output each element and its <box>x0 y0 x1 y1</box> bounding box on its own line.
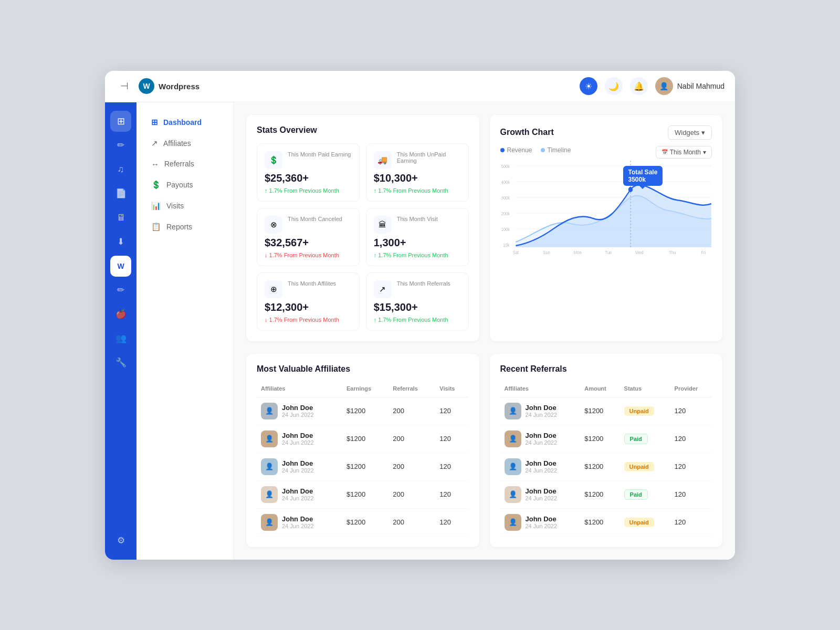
mv-row-3: 👤 John Doe 24 Jun 2022 $1200 200 120 <box>257 480 469 508</box>
mv-earnings-2: $1200 <box>342 453 388 480</box>
sidebar-icon-apple[interactable]: 🍎 <box>110 304 131 325</box>
rr-amount-0: $1200 <box>580 397 620 425</box>
nav-label-visits: Visits <box>166 202 184 210</box>
collapse-button[interactable]: ⊣ <box>116 77 133 95</box>
rr-provider-3: 120 <box>670 480 712 508</box>
sun-button[interactable]: ☀ <box>580 77 597 95</box>
bell-button[interactable]: 🔔 <box>630 77 648 95</box>
rr-name-0: John Doe <box>526 404 558 412</box>
mv-affiliate-0: 👤 John Doe 24 Jun 2022 <box>257 397 342 425</box>
stat-value-4: $12,300+ <box>265 301 352 313</box>
mv-earnings-4: $1200 <box>342 508 388 536</box>
mv-referrals-0: 200 <box>388 397 435 425</box>
stat-card-4: ⊕ This Month Affilites $12,300+ ↓ 1.7% F… <box>257 272 360 331</box>
sidebar-icon-pen[interactable]: ✏ <box>110 280 131 301</box>
stat-value-1: $10,300+ <box>374 172 461 184</box>
mv-date-1: 24 Jun 2022 <box>282 439 314 446</box>
revenue-dot <box>500 148 505 152</box>
chart-area: Total Sale 3500k 500k 400k 300k 200k 100… <box>500 161 712 255</box>
sidebar-icon-document[interactable]: 📄 <box>110 183 131 204</box>
nav-item-referrals[interactable]: ↔ Referrals <box>145 155 225 173</box>
rr-name-4: John Doe <box>526 515 558 523</box>
mv-row-2: 👤 John Doe 24 Jun 2022 $1200 200 120 <box>257 453 469 480</box>
svg-text:100k: 100k <box>501 226 510 232</box>
rr-date-0: 24 Jun 2022 <box>526 412 558 418</box>
rr-avatar-3: 👤 <box>505 486 521 503</box>
rr-col-affiliates: Affiliates <box>500 382 581 397</box>
mv-col-visits: Visits <box>435 382 468 397</box>
rr-status-4: Unpaid <box>620 508 670 536</box>
rr-provider-0: 120 <box>670 397 712 425</box>
sidebar-icon-tools[interactable]: 🔧 <box>110 352 131 373</box>
nav-item-dashboard[interactable]: ⊞ Dashboard <box>145 113 225 132</box>
mv-referrals-2: 200 <box>388 453 435 480</box>
stat-change-1: ↑ 1.7% From Previous Month <box>374 187 461 194</box>
stat-change-5: ↑ 1.7% From Previous Month <box>374 317 461 323</box>
main-layout: ⊞ ✏ ♫ 📄 🖥 ⬇ W ✏ 🍎 👥 🔧 ⚙ ⊞ Dashboard ↗ Af… <box>105 102 735 560</box>
mv-date-3: 24 Jun 2022 <box>282 495 314 501</box>
stat-label-2: This Month Canceled <box>288 216 342 222</box>
moon-button[interactable]: 🌙 <box>605 77 623 95</box>
sidebar-icon-dashboard[interactable]: ⊞ <box>110 111 131 132</box>
sidebar-icon-music[interactable]: ♫ <box>110 159 131 180</box>
referrals-nav-icon: ↔ <box>151 160 159 169</box>
mv-earnings-0: $1200 <box>342 397 388 425</box>
rr-affiliate-1: 👤 John Doe 24 Jun 2022 <box>500 425 581 453</box>
stat-change-0: ↑ 1.7% From Previous Month <box>265 187 352 194</box>
recent-referrals-table: AffiliatesAmountStatusProvider 👤 John Do… <box>500 382 712 537</box>
bottom-row: Most Valuable Affiliates AffiliatesEarni… <box>246 354 722 547</box>
sidebar-icon-edit[interactable]: ✏ <box>110 135 131 156</box>
rr-provider-2: 120 <box>670 453 712 480</box>
svg-text:Sat: Sat <box>512 249 519 255</box>
svg-text:400k: 400k <box>501 179 510 185</box>
rr-avatar-1: 👤 <box>505 430 521 447</box>
nav-item-reports[interactable]: 📋 Reports <box>145 217 225 236</box>
rr-status-2: Unpaid <box>620 453 670 480</box>
stat-card-header-5: ↗ This Month Referrals <box>374 280 461 298</box>
this-month-chevron-icon: ▾ <box>703 149 706 156</box>
rr-avatar-0: 👤 <box>505 403 521 419</box>
rr-affiliate-0: 👤 John Doe 24 Jun 2022 <box>500 397 581 425</box>
dashboard-nav-icon: ⊞ <box>151 118 158 127</box>
stat-card-1: 🚚 This Month UnPaid Earning $10,300+ ↑ 1… <box>366 143 469 202</box>
topbar-right: ☀ 🌙 🔔 👤 Nabil Mahmud <box>580 77 724 95</box>
mv-col-referrals: Referrals <box>388 382 435 397</box>
stat-label-1: This Month UnPaid Earning <box>397 151 461 164</box>
revenue-label: Revenue <box>507 146 532 154</box>
rr-avatar-4: 👤 <box>505 514 521 531</box>
rr-affiliate-4: 👤 John Doe 24 Jun 2022 <box>500 508 581 536</box>
legend-timeline: Timeline <box>541 146 571 154</box>
widgets-button[interactable]: Widgets ▾ <box>668 125 712 140</box>
svg-text:300k: 300k <box>501 195 510 201</box>
rr-avatar-2: 👤 <box>505 458 521 475</box>
sidebar-icon-download[interactable]: ⬇ <box>110 232 131 253</box>
nav-item-visits[interactable]: 📊 Visits <box>145 196 225 215</box>
rr-amount-1: $1200 <box>580 425 620 453</box>
mv-name-4: John Doe <box>282 515 314 523</box>
this-month-button[interactable]: 📅 This Month ▾ <box>656 146 712 159</box>
mv-name-2: John Doe <box>282 459 314 467</box>
rr-affiliate-3: 👤 John Doe 24 Jun 2022 <box>500 480 581 508</box>
svg-text:200k: 200k <box>501 211 510 216</box>
nav-item-payouts[interactable]: 💲 Payouts <box>145 175 225 194</box>
stat-card-3: 🏛 This Month Visit 1,300+ ↑ 1.7% From Pr… <box>366 208 469 266</box>
chart-legend: Revenue Timeline <box>500 146 571 154</box>
sidebar-icon-monitor[interactable]: 🖥 <box>110 207 131 228</box>
rr-affiliate-2: 👤 John Doe 24 Jun 2022 <box>500 453 581 480</box>
svg-text:10k: 10k <box>503 242 510 248</box>
sidebar-icon-settings[interactable]: ⚙ <box>110 530 131 551</box>
svg-point-13 <box>628 187 632 192</box>
user-name: Nabil Mahmud <box>677 82 724 90</box>
user-profile[interactable]: 👤 Nabil Mahmud <box>655 77 724 95</box>
stat-card-5: ↗ This Month Referrals $15,300+ ↑ 1.7% F… <box>366 272 469 331</box>
mv-affiliate-1: 👤 John Doe 24 Jun 2022 <box>257 425 342 453</box>
nav-item-affiliates[interactable]: ↗ Affiliates <box>145 134 225 153</box>
avatar: 👤 <box>655 77 673 95</box>
stat-label-4: This Month Affilites <box>288 280 336 287</box>
rr-amount-3: $1200 <box>580 480 620 508</box>
mv-affiliate-4: 👤 John Doe 24 Jun 2022 <box>257 508 342 536</box>
sidebar-icon-users[interactable]: 👥 <box>110 328 131 349</box>
svg-text:Tue: Tue <box>605 249 612 255</box>
mv-name-3: John Doe <box>282 487 314 495</box>
sidebar-icon-wp[interactable]: W <box>110 256 131 277</box>
